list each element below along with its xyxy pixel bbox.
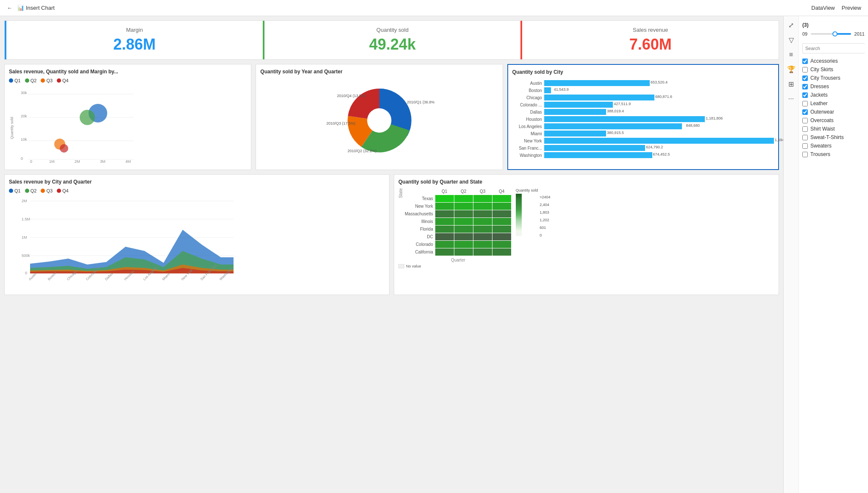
svg-text:500k: 500k xyxy=(22,253,30,258)
legend-q2: Q2 xyxy=(25,78,37,83)
heatmap-row-label: Illinois xyxy=(405,218,435,226)
heatmap-cell xyxy=(435,195,454,203)
svg-text:4M: 4M xyxy=(125,159,131,164)
city-row-colorado: Colorado ... 427,511.9 xyxy=(512,102,774,108)
filter-list-item: Sweaters xyxy=(802,142,865,150)
heatmap-cell xyxy=(454,218,473,226)
svg-text:1M: 1M xyxy=(22,235,27,240)
filter-item-label: Leather xyxy=(810,100,828,106)
heatmap-cell xyxy=(435,226,454,233)
search-input[interactable] xyxy=(803,44,866,53)
list-icon-button[interactable]: ≡ xyxy=(787,49,795,60)
heatmap-cell xyxy=(473,226,492,233)
heatmap-ylabel: State xyxy=(398,188,403,211)
trophy-icon-button[interactable]: 🏆 xyxy=(785,64,797,75)
heatmap-cell xyxy=(454,210,473,218)
filter-checkbox[interactable] xyxy=(802,135,808,140)
city-bar-fill-colorado: 427,511.9 xyxy=(544,102,613,108)
svg-text:2M: 2M xyxy=(22,199,27,203)
back-button[interactable]: ← xyxy=(7,5,12,11)
svg-text:0: 0 xyxy=(25,271,27,275)
filter-checkbox[interactable] xyxy=(802,143,808,149)
svg-text:Austin: Austin xyxy=(28,272,37,281)
area-q1-dot xyxy=(9,189,13,193)
filter-item-label: City Skirts xyxy=(810,67,833,72)
filter-checkbox[interactable] xyxy=(802,101,808,106)
city-bar-fill-houston: 1,181,806 xyxy=(544,116,705,122)
heatmap-cell xyxy=(454,241,473,248)
city-bar-fill-austin: 653,520.4 xyxy=(544,80,650,86)
heatmap-cell xyxy=(435,203,454,210)
city-bar-fill-miami: 380,915.5 xyxy=(544,131,606,136)
donut-label-q3: 2010/Q3 (17.5%) xyxy=(326,121,356,125)
kpi-margin-label: Margin xyxy=(15,27,254,33)
city-bar-fill-chicago: 680,871.6 xyxy=(544,95,654,100)
heatmap-row-label: Massachusetts xyxy=(405,210,435,218)
filter-checkbox[interactable] xyxy=(802,109,808,115)
filter-item-label: Dresses xyxy=(810,84,829,89)
heatmap-row-label: Florida xyxy=(405,226,435,233)
scatter-legend: Q1 Q2 Q3 Q4 xyxy=(9,78,247,83)
filter-item-label: Sweaters xyxy=(810,143,832,149)
slider-track[interactable] xyxy=(811,33,851,35)
filter-checkbox[interactable] xyxy=(802,92,808,98)
filter-checkbox[interactable] xyxy=(802,67,808,72)
dataview-button[interactable]: DataView xyxy=(811,5,835,11)
preview-button[interactable]: Preview xyxy=(842,5,861,11)
filter-list-item: Overcoats xyxy=(802,116,865,125)
filter-list-item: Shirt Waist xyxy=(802,125,865,133)
city-bar-title: Quantity sold by City xyxy=(512,69,774,75)
filter-count: (3) xyxy=(802,19,865,30)
filter-item-label: City Trousers xyxy=(810,75,840,81)
heatmap-cell xyxy=(454,233,473,241)
q3-dot xyxy=(41,78,45,83)
heatmap-cell xyxy=(492,218,511,226)
heatmap-title: Quantity sold by Quarter and State xyxy=(398,179,774,185)
kpi-margin-value: 2.86M xyxy=(15,36,254,53)
donut-label-q4: 2010/Q4 (13.5%) xyxy=(337,94,366,98)
more-icon-button[interactable]: ··· xyxy=(787,93,796,104)
filter-list-item: Trousers xyxy=(802,150,865,159)
grid-icon-button[interactable]: ⊞ xyxy=(787,78,796,90)
area-chart-svg: 2M 1.5M 1M 500k 0 xyxy=(9,196,385,289)
filter-item-label: Shirt Waist xyxy=(810,126,835,132)
heatmap-xlabel: Quarter xyxy=(405,258,512,262)
city-row-boston: Boston 41,543.9 xyxy=(512,87,774,93)
filter-checkbox[interactable] xyxy=(802,126,808,132)
kpi-revenue: Sales revenue 7.60M xyxy=(520,21,779,59)
insert-chart-button[interactable]: 📊 Insert Chart xyxy=(17,5,55,11)
city-row-miami: Miami 380,915.5 xyxy=(512,131,774,136)
area-legend-q1: Q1 xyxy=(9,188,21,193)
filter-icon-button[interactable]: ▽ xyxy=(787,34,796,46)
heatmap-cell xyxy=(492,195,511,203)
slider-row: 09 2011 xyxy=(802,31,865,36)
filter-checkbox[interactable] xyxy=(802,58,808,64)
q1-dot xyxy=(9,78,13,83)
city-row-washington: Washington 674,452.5 xyxy=(512,152,774,158)
heatmap-cell xyxy=(492,241,511,248)
search-row[interactable]: 🔍 xyxy=(802,43,865,53)
city-row-houston: Houston 1,181,806 xyxy=(512,116,774,122)
svg-text:10k: 10k xyxy=(21,137,27,142)
filter-checkbox[interactable] xyxy=(802,75,808,81)
area-legend-q2: Q2 xyxy=(25,188,37,193)
filter-checkbox[interactable] xyxy=(802,84,808,89)
scatter-dot-q2 xyxy=(80,110,95,125)
q2-dot xyxy=(25,78,29,83)
city-bar-fill-wash: 674,452.5 xyxy=(544,152,652,158)
expand-icon-button[interactable]: ⤢ xyxy=(787,19,796,31)
donut-label-q1: 2010/Q1 (36.8%) xyxy=(407,100,434,104)
heatmap-panel: Quantity sold by Quarter and State State… xyxy=(394,174,779,295)
legend-values: >2404 2,404 1,803 1,202 601 0 xyxy=(540,195,550,237)
city-bar-fill-dallas: 388,019.4 xyxy=(544,109,606,115)
heatmap-cell xyxy=(454,203,473,210)
filter-checkbox[interactable] xyxy=(802,152,808,157)
slider-thumb[interactable] xyxy=(832,31,837,36)
city-bar-fill-sf: 624,790.2 xyxy=(544,145,645,151)
heatmap-row-label: New York xyxy=(405,203,435,210)
legend-q4: Q4 xyxy=(57,78,69,83)
city-bar-fill-ny: 1,694,771 xyxy=(544,138,774,144)
city-row-newyork: New York 1,694,771 xyxy=(512,138,774,144)
search-icon: 🔍 xyxy=(866,44,868,53)
filter-checkbox[interactable] xyxy=(802,118,808,123)
